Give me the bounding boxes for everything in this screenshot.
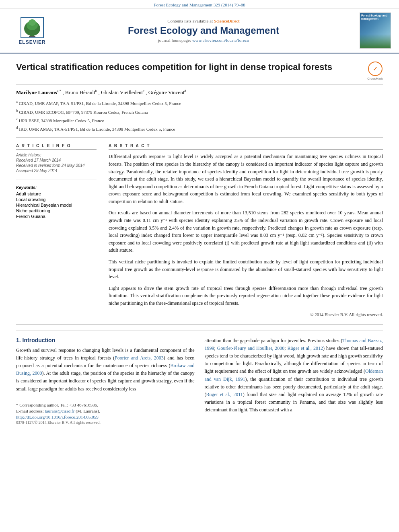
elsevier-logo: ELSEVIER	[19, 16, 45, 45]
author4-sup: d	[184, 89, 186, 93]
ref-ruger2011[interactable]: Rüger et al., 2011	[206, 392, 243, 397]
affil3-text: UPR BSEF, 34398 Montpellier Cedex 5, Fra…	[19, 118, 104, 123]
ref-gourlet[interactable]: Gourlet-Fleury and Houllier, 2000	[217, 345, 285, 351]
ref-poorter[interactable]: Poorter and Arets, 2003	[115, 355, 164, 361]
homepage-line: journal homepage: www.elsevier.com/locat…	[56, 38, 351, 43]
keyword-3: Hierarchical Bayesian model	[16, 203, 97, 207]
abstract-header: A B S T R A C T	[109, 144, 383, 150]
affil-3: c UPR BSEF, 34398 Montpellier Cedex 5, F…	[16, 116, 383, 124]
article-info-header: A R T I C L E I N F O	[16, 144, 97, 150]
affil2-text: CIRAD, UMR ECOFOG, BP 709, 97379 Kourou …	[19, 109, 148, 114]
keyword-4: Niche partitioning	[16, 208, 97, 213]
affil3-sup: c	[16, 117, 18, 121]
abstract-col: A B S T R A C T Differential growth resp…	[109, 144, 383, 318]
journal-cover-thumbnail: Forest Ecology and Management	[360, 12, 391, 49]
svg-rect-4	[29, 36, 35, 37]
abstract-para-2: Our results are based on annual diameter…	[109, 209, 383, 254]
affil-2: b CIRAD, UMR ECOFOG, BP 709, 97379 Kouro…	[16, 108, 383, 116]
received-revised-date: Received in revised form 24 May 2014	[16, 163, 97, 168]
author1-sup: a,*	[57, 89, 61, 93]
email-suffix: (M. Laurans).	[76, 409, 100, 413]
abstract-text: Differential growth response to light le…	[109, 153, 383, 318]
author2-sup: b	[95, 89, 97, 93]
article-info-col: A R T I C L E I N F O Article history: R…	[16, 144, 97, 318]
authors-section: Marilyne Lauransa,* , Bruno Héraultb , G…	[16, 85, 383, 137]
contents-label: Contents lists available at	[167, 18, 213, 23]
svg-point-3	[29, 19, 36, 26]
footnotes-section: * Corresponding author. Tel.: +33 467616…	[16, 399, 195, 425]
ref-oldeman[interactable]: Oldeman and van Dijk, 1991	[205, 368, 383, 382]
corresponding-author-note: * Corresponding author. Tel.: +33 467616…	[16, 403, 195, 407]
author3-sup: c	[143, 89, 144, 93]
crossmark-icon: ✓	[368, 62, 383, 76]
received-date: Received 17 March 2014	[16, 158, 97, 162]
article-title: Vertical stratification reduces competit…	[16, 62, 332, 73]
author1-name: Marilyne Laurans	[16, 89, 57, 95]
abstract-para-3: This vertical niche partitioning is invo…	[109, 258, 383, 281]
homepage-link[interactable]: www.elsevier.com/locate/foreco	[192, 38, 249, 43]
journal-title: Forest Ecology and Management	[56, 25, 351, 36]
affil-4: d IRD, UMR AMAP, TA A-51/PS1, Bd de la L…	[16, 125, 383, 133]
email-label: E-mail address:	[16, 409, 44, 413]
intro-para-right: attention than the gap-shade paradigm fo…	[205, 337, 383, 414]
intro-number: 1.	[16, 337, 21, 343]
elsevier-logo-section: ELSEVIER	[8, 16, 56, 45]
affil-1: a CIRAD, UMR AMAP, TA A-51/PS1, Bd de la…	[16, 99, 383, 107]
intro-para-left: Growth and survival response to changing…	[16, 347, 195, 393]
journal-title-section: Contents lists available at ScienceDirec…	[56, 18, 351, 43]
affiliations: a CIRAD, UMR AMAP, TA A-51/PS1, Bd de la…	[16, 99, 383, 133]
affil1-sup: a	[16, 100, 18, 104]
history-label: Article history:	[16, 153, 97, 157]
journal-citation-text: Forest Ecology and Management 329 (2014)…	[154, 2, 245, 7]
info-abstract-section: A R T I C L E I N F O Article history: R…	[16, 137, 383, 324]
elsevier-tree-icon	[20, 16, 44, 39]
abstract-para-1: Differential growth response to light le…	[109, 153, 383, 205]
article-history: Article history: Received 17 March 2014 …	[16, 153, 97, 173]
intro-heading: 1. Introduction	[16, 337, 195, 343]
author3-name: , Ghislain Vieilledent	[98, 89, 143, 95]
authors-line: Marilyne Lauransa,* , Bruno Héraultb , G…	[16, 89, 383, 96]
ref-brokaw[interactable]: Brokaw and Busing, 2000	[16, 363, 195, 376]
article-title-section: Vertical stratification reduces competit…	[16, 53, 383, 85]
section-divider	[16, 331, 383, 331]
accepted-date: Accepted 29 May 2014	[16, 168, 97, 173]
journal-citation-banner: Forest Ecology and Management 329 (2014)…	[0, 0, 399, 8]
keywords-section: Keywords: Adult stature Local crowding H…	[16, 185, 97, 219]
science-direct-line: Contents lists available at ScienceDirec…	[56, 18, 351, 23]
info-divider	[16, 179, 97, 179]
crossmark-badge[interactable]: ✓ CrossMark	[367, 62, 383, 80]
author4-name: , Grégoire Vincent	[146, 89, 184, 95]
journal-header: ELSEVIER Contents lists available at Sci…	[0, 8, 399, 53]
affil4-text: IRD, UMR AMAP, TA A-51/PS1, Bd de la Lir…	[19, 127, 175, 131]
author2-name: , Bruno Hérault	[62, 89, 95, 95]
main-content: Vertical stratification reduces competit…	[0, 53, 399, 425]
abstract-para-4: Light appears to drive the stem growth r…	[109, 285, 383, 307]
keywords-header: Keywords:	[16, 185, 97, 190]
doi-line: http://dx.doi.org/10.1016/j.foreco.2014.…	[16, 415, 195, 419]
cover-title-text: Forest Ecology and Management	[360, 13, 391, 22]
body-section: 1. Introduction Growth and survival resp…	[16, 337, 383, 425]
copyright-notice: © 2014 Elsevier B.V. All rights reserved…	[109, 311, 383, 318]
science-direct-link[interactable]: ScienceDirect	[214, 18, 240, 23]
affil4-sup: d	[16, 125, 18, 129]
issn-line: 0378-1127/© 2014 Elsevier B.V. All right…	[16, 420, 195, 425]
ref-ruger2012[interactable]: Rüger et al., 2012	[288, 345, 323, 351]
keyword-5: French Guiana	[16, 214, 97, 219]
homepage-label: journal homepage:	[158, 38, 191, 43]
body-right-col: attention than the gap-shade paradigm fo…	[205, 337, 383, 425]
elsevier-brand-text: ELSEVIER	[19, 39, 45, 45]
affil2-sup: b	[16, 109, 18, 113]
email-link[interactable]: laurans@cirad.fr	[45, 409, 74, 413]
journal-cover-section: Forest Ecology and Management	[351, 12, 391, 49]
doi-link[interactable]: http://dx.doi.org/10.1016/j.foreco.2014.…	[16, 415, 99, 419]
intro-title: Introduction	[23, 337, 56, 343]
body-left-col: 1. Introduction Growth and survival resp…	[16, 337, 195, 425]
crossmark-label: CrossMark	[367, 77, 383, 80]
email-note: E-mail address: laurans@cirad.fr (M. Lau…	[16, 409, 195, 413]
keyword-1: Adult stature	[16, 191, 97, 196]
affil1-text: CIRAD, UMR AMAP, TA A-51/PS1, Bd de la L…	[19, 101, 181, 106]
keyword-2: Local crowding	[16, 197, 97, 202]
